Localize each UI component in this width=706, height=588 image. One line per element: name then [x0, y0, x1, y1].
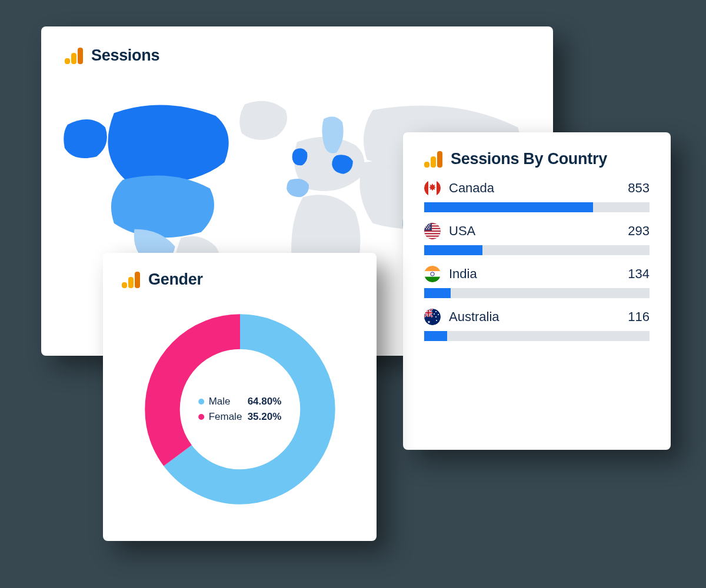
legend-dot-male	[198, 399, 204, 405]
sessions-header: Sessions	[65, 46, 530, 65]
country-name: Canada	[449, 181, 494, 196]
sessions-title: Sessions	[91, 46, 159, 65]
country-row: Australia116	[424, 309, 650, 341]
gender-donut-chart: Male 64.80% Female 35.20%	[143, 312, 337, 506]
svg-point-24	[428, 228, 429, 229]
svg-point-21	[427, 227, 428, 228]
country-bar-fill	[424, 288, 451, 298]
country-value: 116	[628, 309, 650, 325]
flag-icon	[424, 180, 441, 196]
svg-point-23	[426, 228, 427, 229]
legend-dot-female	[198, 414, 204, 420]
svg-rect-26	[424, 266, 441, 271]
country-name: Australia	[449, 309, 499, 325]
gender-header: Gender	[122, 270, 358, 289]
gender-legend: Male 64.80% Female 35.20%	[198, 396, 282, 423]
analytics-icon	[65, 48, 83, 64]
svg-point-18	[426, 225, 427, 226]
svg-point-16	[427, 224, 428, 225]
legend-row-female: Female 35.20%	[198, 411, 282, 423]
country-bar-track	[424, 245, 650, 255]
flag-icon	[424, 223, 441, 239]
svg-rect-13	[424, 237, 441, 238]
legend-value-male: 64.80%	[248, 396, 282, 407]
flag-icon	[424, 266, 441, 282]
svg-point-15	[425, 224, 427, 225]
svg-point-17	[429, 224, 431, 225]
country-bar-track	[424, 288, 650, 298]
sessions-by-country-card: Sessions By Country Canada853USA293India…	[403, 132, 671, 450]
svg-point-20	[425, 227, 427, 228]
gender-card: Gender Male 64.80% Female 35.20%	[103, 253, 377, 541]
analytics-icon	[122, 272, 140, 288]
svg-rect-5	[437, 180, 441, 196]
svg-rect-28	[424, 277, 441, 282]
country-row: USA293	[424, 223, 650, 255]
country-bar-fill	[424, 202, 593, 212]
country-header: Sessions By Country	[424, 150, 650, 168]
legend-value-female: 35.20%	[248, 411, 282, 423]
svg-point-34	[435, 311, 437, 312]
svg-point-38	[436, 320, 437, 321]
svg-point-35	[438, 314, 439, 315]
analytics-icon	[424, 151, 442, 168]
svg-rect-4	[424, 180, 428, 196]
legend-label-female: Female	[209, 411, 243, 423]
svg-point-36	[435, 316, 437, 318]
svg-rect-11	[424, 232, 441, 233]
country-list: Canada853USA293India134Australia116	[424, 180, 650, 341]
legend-label-male: Male	[209, 396, 243, 407]
country-name: India	[449, 266, 477, 282]
country-row: India134	[424, 266, 650, 298]
legend-row-male: Male 64.80%	[198, 396, 282, 407]
country-value: 293	[628, 223, 650, 239]
country-title: Sessions By Country	[451, 150, 607, 168]
svg-point-19	[428, 225, 429, 226]
country-row: Canada853	[424, 180, 650, 212]
svg-rect-8	[424, 224, 441, 225]
svg-rect-14	[424, 223, 432, 230]
country-name: USA	[449, 223, 475, 239]
country-value: 134	[628, 266, 650, 282]
gender-title: Gender	[148, 270, 203, 289]
svg-rect-12	[424, 234, 441, 235]
country-bar-fill	[424, 245, 482, 255]
country-value: 853	[628, 181, 650, 196]
country-bar-track	[424, 331, 650, 341]
svg-point-37	[434, 313, 435, 315]
flag-icon	[424, 309, 441, 325]
country-bar-track	[424, 202, 650, 212]
country-bar-fill	[424, 331, 447, 341]
svg-point-22	[429, 227, 431, 228]
